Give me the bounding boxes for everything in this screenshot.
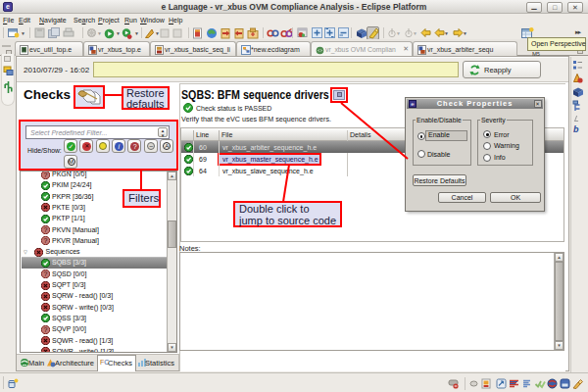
svg-text:?: ? <box>44 226 48 233</box>
svg-text:?: ? <box>44 270 48 277</box>
svg-text:?: ? <box>44 326 48 333</box>
svg-text:?: ? <box>44 237 48 244</box>
svg-text:?: ? <box>44 172 48 178</box>
